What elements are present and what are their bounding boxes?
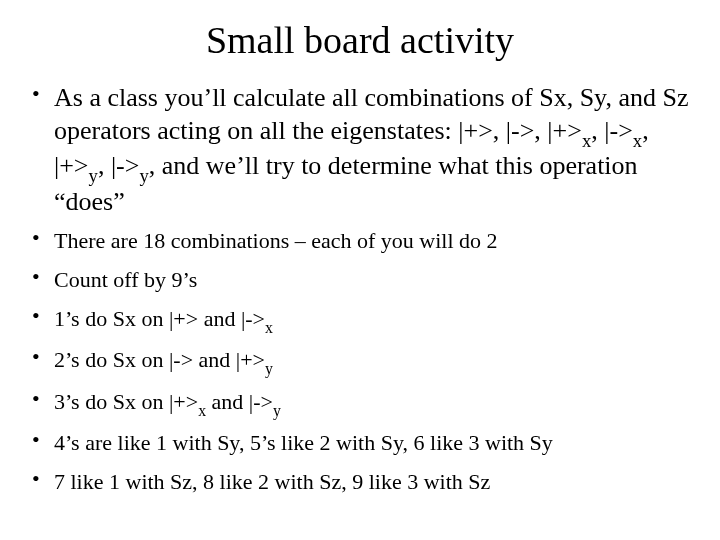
bullet-item-2: Count off by 9’s — [28, 265, 692, 296]
bullet-item-3: 1’s do Sx on |+> and |->x — [28, 304, 692, 338]
intro-bullet: As a class you’ll calculate all combinat… — [28, 82, 692, 218]
slide-title: Small board activity — [28, 18, 692, 62]
bullet-item-1: There are 18 combinations – each of you … — [28, 226, 692, 257]
bullet-item-4: 2’s do Sx on |-> and |+>y — [28, 345, 692, 379]
bullet-item-7: 7 like 1 with Sz, 8 like 2 with Sz, 9 li… — [28, 467, 692, 498]
bullet-list: As a class you’ll calculate all combinat… — [28, 82, 692, 498]
bullet-item-6: 4’s are like 1 with Sy, 5’s like 2 with … — [28, 428, 692, 459]
bullet-item-5: 3’s do Sx on |+>x and |->y — [28, 387, 692, 421]
